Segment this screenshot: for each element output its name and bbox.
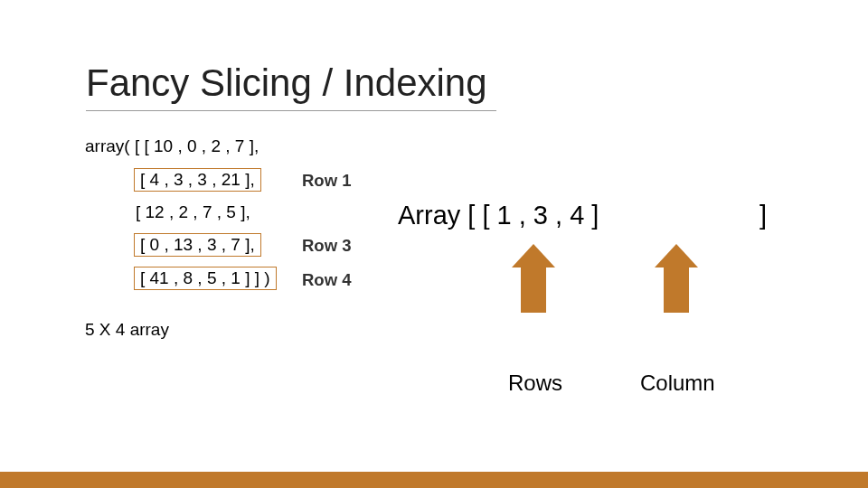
column-label: Column xyxy=(640,371,715,396)
arrow-up-icon xyxy=(512,244,555,313)
row-label-3: Row 3 xyxy=(302,236,351,256)
row-label-1: Row 1 xyxy=(302,171,351,191)
footer-bar xyxy=(0,472,868,488)
rows-label: Rows xyxy=(508,371,562,396)
array-shape-caption: 5 X 4 array xyxy=(85,320,169,340)
slide-title: Fancy Slicing / Indexing xyxy=(86,61,496,111)
fancy-index-expression: Array [ [ 1 , 3 , 4 ] xyxy=(398,201,599,230)
array-open-literal: array( [ [ 10 , 0 , 2 , 7 ], xyxy=(85,136,259,156)
array-row-2: [ 12 , 2 , 7 , 5 ], xyxy=(136,202,250,222)
row-label-4: Row 4 xyxy=(302,270,351,290)
array-row-1: [ 4 , 3 , 3 , 21 ], xyxy=(134,168,261,192)
array-row-3: [ 0 , 13 , 3 , 7 ], xyxy=(134,233,261,257)
arrow-up-icon xyxy=(655,244,698,313)
array-row-4: [ 41 , 8 , 5 , 1 ] ] ) xyxy=(134,267,277,290)
fancy-index-expression-close: ] xyxy=(760,201,767,230)
